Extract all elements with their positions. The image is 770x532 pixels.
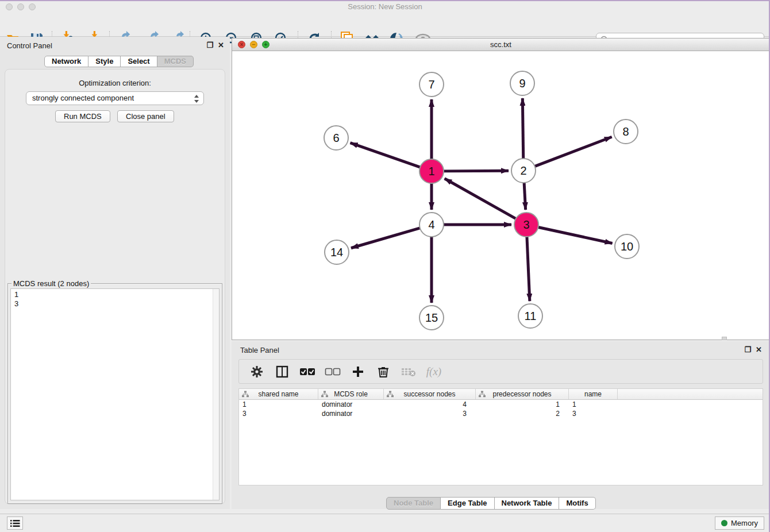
tab-node-table[interactable]: Node Table [386,497,441,510]
cell-shared-name[interactable]: 3 [239,409,318,418]
edge-3-10[interactable] [538,227,613,243]
graph-node-3[interactable]: 3 [514,212,539,237]
function-builder-icon[interactable]: f(x) [425,364,442,379]
chevron-up-down-icon [194,94,199,104]
graph-node-9[interactable]: 9 [510,71,535,96]
column-header-MCDS-role[interactable]: MCDS role [318,389,384,399]
mcds-result-group: MCDS result (2 nodes) 1 3 [7,283,222,504]
control-panel-tabs: NetworkStyleSelectMCDS [44,56,194,67]
edge-1-2[interactable] [443,171,509,171]
tab-motifs[interactable]: Motifs [559,497,595,510]
edge-2-9[interactable] [522,98,523,159]
graph-node-11[interactable]: 11 [518,303,543,329]
app-window: Session: New Session [0,0,770,532]
column-header-predecessor-nodes[interactable]: predecessor nodes [476,389,569,399]
control-panel: Control Panel ❐ ✕ NetworkStyleSelectMCDS… [0,37,230,509]
graph-node-2[interactable]: 2 [511,158,536,183]
settings-gear-icon[interactable] [248,364,265,379]
table-toolbar: f(x) [238,359,763,384]
network-window-titlebar[interactable]: × − + scc.txt [232,38,769,51]
show-panel-list-button[interactable] [7,516,23,530]
status-bar: Memory [0,514,770,532]
table-row[interactable]: 1dominator411 [239,400,763,409]
edge-3-11[interactable] [527,236,530,301]
graph-node-1[interactable]: 1 [419,159,444,184]
titlebar: Session: New Session [0,0,770,14]
table-header-row: shared nameMCDS rolesuccessor nodesprede… [239,389,763,400]
cell-predecessor-nodes[interactable]: 1 [476,400,569,409]
table-tabs: Node TableEdge TableNetwork TableMotifs [386,497,596,510]
memory-button[interactable]: Memory [715,516,764,530]
cell-successor-nodes[interactable]: 4 [384,400,476,409]
table-panel-close-icon[interactable]: ✕ [756,345,762,354]
delete-column-icon[interactable] [375,364,392,379]
mcds-result-title: MCDS result (2 nodes) [11,279,91,288]
window-top-edge [0,0,770,1]
edge-1-6[interactable] [351,143,421,168]
delete-table-icon[interactable] [400,364,417,379]
add-column-icon[interactable] [349,364,367,379]
cell-MCDS-role[interactable]: dominator [318,409,384,418]
control-panel-float-icon[interactable]: ❐ [206,41,213,49]
scrollbar[interactable] [213,289,219,500]
graph-node-14[interactable]: 14 [324,240,349,265]
graph-node-7[interactable]: 7 [419,72,444,97]
network-window-title: scc.txt [232,40,769,49]
window-title: Session: New Session [0,2,770,11]
optimization-criterion-label: Optimization criterion: [5,79,225,87]
edge-2-8[interactable] [534,137,612,167]
cell-successor-nodes[interactable]: 3 [384,409,476,418]
graph-node-15[interactable]: 15 [419,305,444,330]
cell-name[interactable]: 1 [569,400,618,409]
table-panel-title: Table Panel [240,346,279,354]
column-type-icon [479,391,486,398]
tab-mcds[interactable]: MCDS [157,56,194,67]
edge-3-1[interactable] [445,179,517,219]
memory-button-label: Memory [731,519,758,527]
tab-network-table[interactable]: Network Table [495,497,560,510]
cell-predecessor-nodes[interactable]: 2 [476,409,569,418]
column-header-shared-name[interactable]: shared name [239,389,318,399]
tab-select[interactable]: Select [121,56,157,67]
criterion-selected-value: strongly connected component [32,94,134,102]
splitter-handle[interactable] [722,337,727,340]
edge-layer[interactable] [232,51,769,340]
graph-node-8[interactable]: 8 [613,119,638,144]
graph-node-6[interactable]: 6 [324,125,349,151]
mcds-result-values: 1 3 [11,289,219,309]
table-row[interactable]: 3dominator323 [239,409,763,418]
tab-edge-table[interactable]: Edge Table [441,497,494,510]
cell-name[interactable]: 3 [569,409,618,418]
main-toolbar [0,14,770,37]
network-canvas[interactable]: 7968124314101511 [232,51,769,340]
tab-style[interactable]: Style [88,56,121,67]
cell-MCDS-role[interactable]: dominator [318,400,384,409]
table-panel: Table Panel ❐ ✕ [232,341,770,509]
column-type-icon [387,391,394,398]
memory-status-icon [721,520,727,526]
list-icon [10,519,20,527]
edge-2-3[interactable] [524,182,526,210]
table-body: 1dominator4113dominator323 [239,400,763,418]
column-header-name[interactable]: name [569,389,618,399]
control-panel-close-icon[interactable]: ✕ [218,41,224,49]
column-type-icon [321,391,328,398]
tab-network[interactable]: Network [44,56,88,67]
deselect-all-icon[interactable] [324,364,341,379]
close-panel-button[interactable]: Close panel [117,110,174,122]
criterion-select[interactable]: strongly connected component [26,91,204,105]
select-all-icon[interactable] [299,364,316,379]
graph-node-10[interactable]: 10 [614,234,640,259]
column-header-successor-nodes[interactable]: successor nodes [384,389,476,399]
graph-node-4[interactable]: 4 [419,212,444,237]
mcds-result-box: 1 3 [10,288,220,500]
edge-4-14[interactable] [351,228,421,248]
column-type-icon [242,391,249,398]
split-panel-icon[interactable] [274,364,291,379]
table-panel-float-icon[interactable]: ❐ [744,345,751,354]
node-table: shared nameMCDS rolesuccessor nodesprede… [238,388,763,485]
mcds-tab-content: Optimization criterion: strongly connect… [5,69,225,504]
cell-shared-name[interactable]: 1 [239,400,318,409]
network-view-window: × − + scc.txt 7968124314101511 [232,38,770,340]
run-mcds-button[interactable]: Run MCDS [55,110,110,122]
